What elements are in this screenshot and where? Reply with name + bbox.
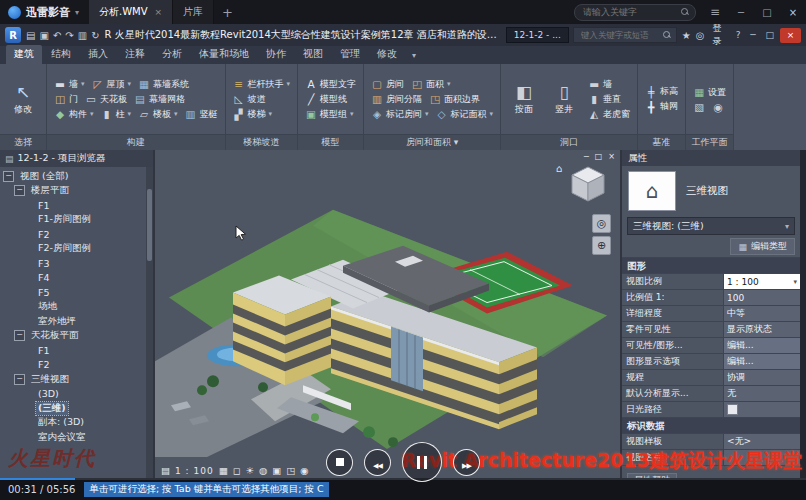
tree-item[interactable]: 副本: (3D) bbox=[0, 416, 153, 431]
viewcube[interactable] bbox=[568, 163, 608, 207]
edit-type-button[interactable]: ▦ 编辑类型 bbox=[730, 238, 795, 255]
previous-button[interactable] bbox=[364, 449, 391, 476]
tool-column[interactable]: ▮柱▾ bbox=[99, 108, 134, 121]
property-value[interactable]: 中等 bbox=[724, 306, 800, 321]
revit-maximize-button[interactable]: □ bbox=[763, 30, 776, 40]
tree-item[interactable]: F2-房间图例 bbox=[0, 242, 153, 257]
tree-item[interactable]: 场地 bbox=[0, 300, 153, 315]
next-button[interactable] bbox=[453, 449, 480, 476]
tool-tag-room[interactable]: ◈标记房间▾ bbox=[369, 108, 431, 121]
tree-item[interactable]: −视图 (全部) bbox=[0, 169, 153, 184]
collapse-icon[interactable]: − bbox=[14, 185, 25, 196]
property-value[interactable]: 协调 bbox=[724, 370, 800, 385]
sun-path-icon[interactable]: ☀ bbox=[246, 465, 255, 476]
redo-icon[interactable]: ↷ bbox=[64, 30, 74, 41]
revit-search-input[interactable] bbox=[579, 29, 660, 41]
tool-by-face[interactable]: ◧按面 bbox=[506, 81, 542, 117]
tool-ceiling[interactable]: ▭天花板 bbox=[83, 93, 129, 106]
tool-wall-opening[interactable]: ▬墙 bbox=[586, 78, 614, 91]
type-selector[interactable]: ⌂ 三维视图 bbox=[622, 166, 800, 216]
tree-item[interactable]: −三维视图 bbox=[0, 372, 153, 387]
tool-area[interactable]: ◰面积▾ bbox=[409, 78, 453, 91]
ribbon-tab[interactable]: 视图 bbox=[295, 45, 331, 64]
property-value[interactable]: <无> bbox=[724, 434, 800, 449]
property-value[interactable]: 100 bbox=[724, 290, 800, 305]
tool-floor[interactable]: ▱楼板▾ bbox=[136, 108, 180, 121]
collapse-icon[interactable]: − bbox=[14, 330, 25, 341]
tool-ramp[interactable]: ◺坡道 bbox=[231, 93, 268, 106]
crop-view-icon[interactable]: ▣ bbox=[272, 465, 281, 476]
home-icon[interactable]: ⌂ bbox=[556, 163, 562, 174]
scale-icon[interactable]: ▤ bbox=[161, 465, 170, 476]
player-search-input[interactable] bbox=[581, 6, 681, 18]
collapse-icon[interactable]: − bbox=[14, 374, 25, 385]
checkbox-icon[interactable] bbox=[727, 404, 738, 415]
detail-level-icon[interactable]: ▦ bbox=[219, 465, 228, 476]
property-value[interactable]: 编辑... bbox=[724, 354, 800, 369]
sync-icon[interactable]: ↻ bbox=[90, 30, 100, 41]
tool-dormer[interactable]: ◭老虎窗 bbox=[586, 108, 632, 121]
ribbon-tab[interactable]: 建筑 bbox=[6, 45, 42, 64]
property-value[interactable]: 1 : 100▾ bbox=[724, 274, 800, 289]
tree-item[interactable]: (3D) bbox=[0, 387, 153, 402]
revit-close-button[interactable]: × bbox=[780, 28, 801, 43]
property-value[interactable]: 无 bbox=[724, 386, 800, 401]
tool-model-line[interactable]: ╱模型线 bbox=[303, 93, 349, 106]
tool-railing[interactable]: ≡栏杆扶手▾ bbox=[231, 78, 293, 91]
save-icon[interactable]: ▣ bbox=[38, 30, 49, 41]
shadows-icon[interactable]: ◍ bbox=[259, 465, 267, 476]
ribbon-tab[interactable]: 注释 bbox=[117, 45, 153, 64]
view-minimize-icon[interactable]: ─ bbox=[584, 152, 589, 161]
player-maximize-button[interactable]: □ bbox=[754, 0, 780, 24]
search-icon[interactable] bbox=[663, 31, 671, 39]
isolate-icon[interactable]: ◉ bbox=[300, 465, 308, 476]
ribbon-tab[interactable]: 修改 bbox=[369, 45, 405, 64]
tool-area-boundary[interactable]: ◳面积边界 bbox=[427, 93, 482, 106]
tree-item[interactable]: F2 bbox=[0, 358, 153, 373]
tool-shaft[interactable]: ▯竖井 bbox=[546, 81, 582, 117]
tool-viewer[interactable]: ◉ bbox=[710, 101, 726, 113]
tree-item[interactable]: −楼层平面 bbox=[0, 184, 153, 199]
visual-style-icon[interactable]: ◻ bbox=[233, 465, 241, 476]
property-value[interactable]: 编辑... bbox=[724, 338, 800, 353]
zoom-icon[interactable]: ⊕ bbox=[592, 236, 611, 255]
scrollbar-thumb[interactable] bbox=[147, 189, 152, 261]
tabs-caret-icon[interactable]: ▾ bbox=[406, 51, 422, 64]
tree-item[interactable]: 室内会议室 bbox=[0, 430, 153, 445]
player-tab-current[interactable]: 分析.WMV × bbox=[89, 0, 173, 24]
tool-room-separator[interactable]: ▥房间分隔 bbox=[369, 93, 424, 106]
ribbon-tab[interactable]: 协作 bbox=[258, 45, 294, 64]
tree-item[interactable]: −天花板平面 bbox=[0, 329, 153, 344]
stop-button[interactable] bbox=[326, 449, 353, 476]
tool-set-workplane[interactable]: ▦设置 bbox=[691, 86, 728, 99]
tool-curtain-system[interactable]: ▦幕墙系统 bbox=[136, 78, 191, 91]
ribbon-tab[interactable]: 分析 bbox=[154, 45, 190, 64]
property-value[interactable] bbox=[724, 402, 800, 417]
properties-title[interactable]: 属性 bbox=[622, 150, 800, 166]
tree-item[interactable]: F1 bbox=[0, 198, 153, 213]
tree-item[interactable]: F5 bbox=[0, 285, 153, 300]
revit-logo[interactable]: R bbox=[5, 27, 21, 43]
tree-item[interactable]: 室外地坪 bbox=[0, 314, 153, 329]
browser-scrollbar[interactable] bbox=[146, 167, 153, 479]
tool-component[interactable]: ◆构件▾ bbox=[52, 108, 96, 121]
new-tab-button[interactable]: + bbox=[214, 5, 241, 20]
view-restore-icon[interactable]: □ bbox=[595, 152, 603, 161]
ribbon-tab[interactable]: 管理 bbox=[332, 45, 368, 64]
info-icon[interactable]: ◎ bbox=[695, 30, 706, 41]
ribbon-tab[interactable]: 插入 bbox=[80, 45, 116, 64]
player-minimize-button[interactable]: ─ bbox=[728, 0, 754, 24]
tool-model-group[interactable]: ▣模型组▾ bbox=[303, 108, 356, 121]
tool-vertical-opening[interactable]: ▮垂直 bbox=[586, 93, 623, 106]
steering-wheel-icon[interactable]: ◎ bbox=[592, 214, 611, 233]
login-button[interactable]: 登录 bbox=[709, 22, 729, 48]
tree-item[interactable]: F1 bbox=[0, 343, 153, 358]
tree-item[interactable]: (三维) bbox=[0, 401, 153, 416]
tree-item[interactable]: F1-房间图例 bbox=[0, 213, 153, 228]
tool-curtain-grid[interactable]: ▤幕墙网格 bbox=[132, 93, 187, 106]
help-icon[interactable]: ? bbox=[734, 30, 743, 40]
section-header[interactable]: 标识数据 bbox=[622, 418, 800, 434]
tool-show-workplane[interactable]: ▧ bbox=[691, 101, 707, 113]
play-pause-button[interactable] bbox=[402, 442, 442, 482]
viewport[interactable]: ─ □ × ⌂ ◎ ⊕ ▤ 1 : bbox=[155, 150, 620, 479]
